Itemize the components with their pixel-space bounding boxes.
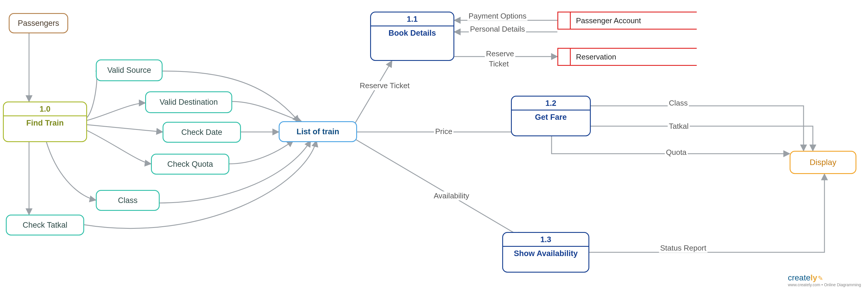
node-valid-destination: Valid Destination [145, 92, 232, 113]
footer-sub: www.creately.com • Online Diagramming [788, 283, 861, 287]
node-check-quota: Check Quota [151, 154, 229, 175]
find-train-number: 1.0 [39, 102, 51, 114]
check-quota-label: Check Quota [167, 160, 213, 169]
store-reservation: Reservation [557, 48, 697, 66]
edge-quota: Quota [665, 148, 688, 157]
node-display: Display [789, 151, 857, 174]
store-handle-icon [558, 12, 571, 29]
brand-part2: ly [810, 273, 817, 282]
store-handle-icon [558, 49, 571, 65]
check-date-label: Check Date [181, 128, 222, 137]
node-passengers: Passengers [9, 13, 68, 33]
edge-ticket: Ticket [488, 60, 510, 68]
bulb-icon: ✎ [818, 275, 823, 282]
node-book-details: 1.1 Book Details [370, 11, 454, 61]
display-label: Display [810, 158, 836, 167]
store-passenger-account: Passenger Account [557, 11, 697, 30]
node-valid-source: Valid Source [96, 60, 162, 81]
valid-destination-label: Valid Destination [160, 98, 218, 107]
node-list-of-train: List of train [279, 121, 357, 142]
class-label: Class [118, 196, 137, 205]
book-details-number: 1.1 [407, 12, 418, 24]
footer-brand: creately✎ [788, 273, 861, 283]
diagram-canvas: Passengers 1.0 Find Train Valid Source V… [0, 0, 868, 290]
edge-tatkal: Tatkal [668, 122, 690, 131]
list-of-train-label: List of train [297, 127, 339, 136]
node-show-availability: 1.3 Show Availability [502, 232, 589, 273]
node-passengers-label: Passengers [18, 19, 59, 28]
node-class: Class [96, 190, 160, 211]
edge-reserve: Reserve [485, 49, 515, 58]
edge-class: Class [668, 99, 689, 108]
check-tatkal-label: Check Tatkal [23, 221, 67, 230]
get-fare-title: Get Fare [532, 110, 570, 125]
brand-part1: create [788, 273, 810, 282]
node-find-train: 1.0 Find Train [3, 102, 87, 142]
show-availability-number: 1.3 [540, 233, 551, 244]
edge-price: Price [434, 127, 454, 136]
edge-availability: Availability [433, 191, 470, 201]
book-details-title: Book Details [385, 26, 439, 41]
show-availability-title: Show Availability [511, 247, 581, 261]
edge-reserve-ticket: Reserve Ticket [359, 81, 411, 90]
edge-personal-details: Personal Details [469, 25, 526, 34]
find-train-title: Find Train [23, 116, 66, 131]
node-get-fare: 1.2 Get Fare [511, 96, 591, 136]
edge-status-report: Status Report [659, 244, 708, 253]
footer: creately✎ www.creately.com • Online Diag… [788, 273, 861, 287]
valid-source-label: Valid Source [107, 66, 151, 75]
get-fare-number: 1.2 [546, 97, 557, 108]
node-check-date: Check Date [162, 122, 241, 143]
passenger-account-label: Passenger Account [571, 16, 641, 25]
edge-payment-options: Payment Options [467, 11, 527, 21]
node-check-tatkal: Check Tatkal [6, 215, 84, 235]
reservation-label: Reservation [571, 52, 616, 62]
